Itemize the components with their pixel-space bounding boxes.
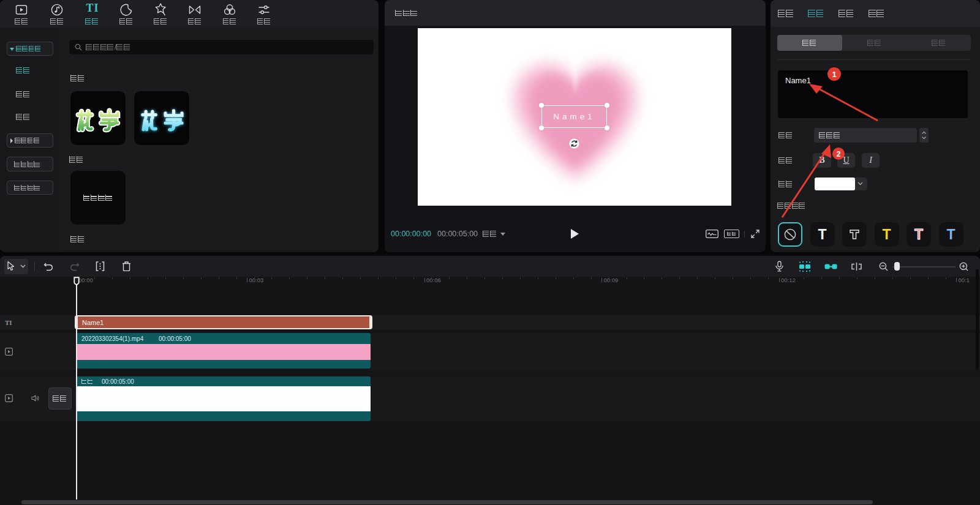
svg-text:2: 2	[837, 150, 841, 159]
svg-text:1: 1	[832, 70, 836, 79]
